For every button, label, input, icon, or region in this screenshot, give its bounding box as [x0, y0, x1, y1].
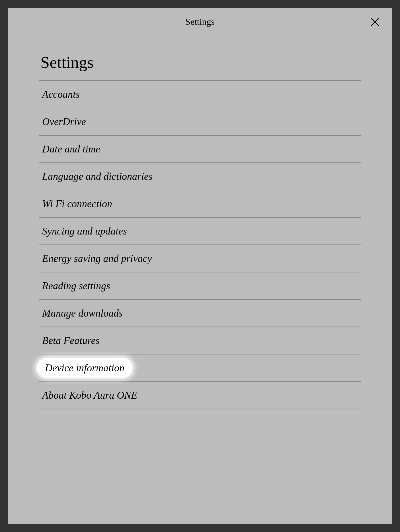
- settings-item-label: Reading settings: [42, 280, 110, 292]
- settings-window: Settings Settings AccountsOverDriveDate …: [8, 8, 392, 524]
- settings-item-label: Device information: [37, 358, 132, 378]
- titlebar: Settings: [8, 8, 392, 36]
- titlebar-title: Settings: [185, 17, 215, 27]
- settings-item-label: Language and dictionaries: [42, 170, 153, 182]
- close-icon: [370, 17, 380, 27]
- settings-content: Settings AccountsOverDriveDate and timeL…: [8, 36, 392, 409]
- settings-item-label: OverDrive: [42, 116, 86, 128]
- settings-item-label: About Kobo Aura ONE: [42, 389, 137, 401]
- settings-item-reading-settings[interactable]: Reading settings: [39, 272, 361, 300]
- settings-item-language-and-dictionaries[interactable]: Language and dictionaries: [39, 163, 361, 190]
- settings-item-date-and-time[interactable]: Date and time: [39, 136, 361, 163]
- settings-item-device-information[interactable]: Device information: [39, 354, 361, 382]
- settings-item-label: Beta Features: [42, 335, 100, 346]
- settings-item-label: Syncing and updates: [42, 225, 127, 237]
- settings-item-wi-fi-connection[interactable]: Wi Fi connection: [39, 190, 361, 218]
- settings-item-label: Date and time: [42, 143, 100, 155]
- settings-item-beta-features[interactable]: Beta Features: [39, 327, 361, 354]
- settings-item-overdrive[interactable]: OverDrive: [39, 108, 361, 136]
- settings-item-label: Manage downloads: [42, 307, 123, 319]
- page-heading: Settings: [39, 53, 361, 72]
- settings-item-label: Accounts: [42, 88, 80, 100]
- settings-item-manage-downloads[interactable]: Manage downloads: [39, 300, 361, 327]
- settings-item-energy-saving-and-privacy[interactable]: Energy saving and privacy: [39, 245, 361, 272]
- settings-item-label: Wi Fi connection: [42, 198, 112, 210]
- settings-item-label: Energy saving and privacy: [42, 252, 152, 264]
- settings-item-syncing-and-updates[interactable]: Syncing and updates: [39, 218, 361, 245]
- settings-list: AccountsOverDriveDate and timeLanguage a…: [39, 80, 361, 409]
- settings-item-accounts[interactable]: Accounts: [39, 81, 361, 108]
- settings-item-about-kobo-aura-one[interactable]: About Kobo Aura ONE: [39, 382, 361, 409]
- close-button[interactable]: [369, 16, 381, 28]
